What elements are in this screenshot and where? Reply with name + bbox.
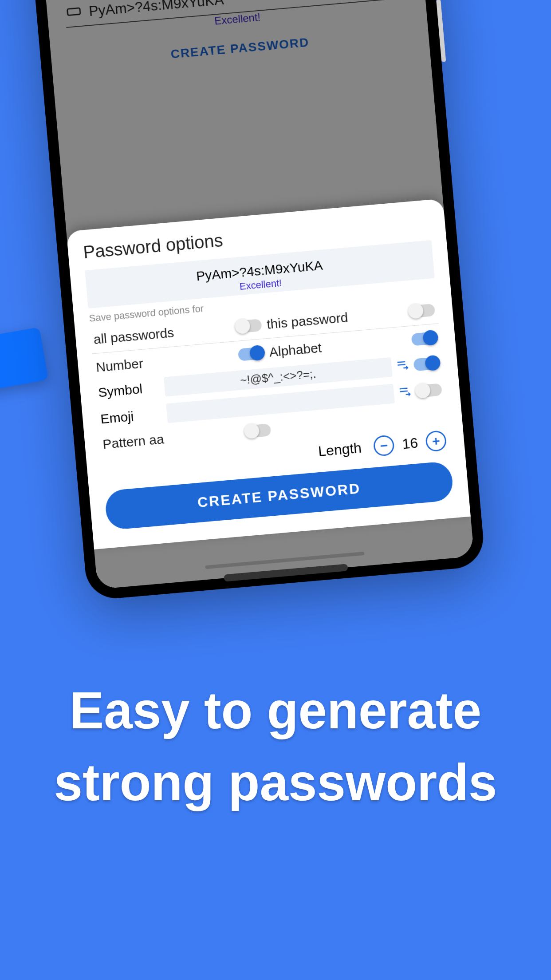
emoji-label: Emoji [100, 406, 163, 427]
length-value: 16 [401, 435, 419, 452]
symbol-label: Symbol [98, 380, 161, 400]
phone-frame: Email lovetheworld@gmail.com [22, 0, 486, 601]
scope-this-toggle[interactable] [409, 304, 435, 318]
length-increment-button[interactable]: + [425, 430, 447, 452]
promo-line2: strong passwords [0, 747, 551, 818]
scope-this-label: this password [266, 310, 349, 332]
phone-screen: Email lovetheworld@gmail.com [34, 0, 474, 589]
promo-line1: Easy to generate [0, 675, 551, 747]
pattern-toggle[interactable] [244, 423, 271, 438]
emoji-toggle[interactable] [416, 383, 442, 398]
edit-symbols-icon[interactable] [395, 357, 410, 375]
promo-caption: Easy to generate strong passwords [0, 675, 551, 819]
length-label: Length [318, 439, 362, 459]
symbol-toggle[interactable] [413, 356, 440, 371]
length-decrement-button[interactable]: − [373, 435, 395, 457]
pattern-label: Pattern aa [102, 431, 165, 452]
alphabet-label: Alphabet [268, 340, 322, 360]
scope-all-label: all passwords [93, 325, 174, 347]
number-label: Number [95, 356, 144, 375]
number-toggle[interactable] [238, 347, 264, 361]
decorative-card [0, 327, 48, 392]
alphabet-toggle[interactable] [411, 332, 437, 346]
scope-all-toggle[interactable] [235, 319, 262, 333]
password-options-sheet: Password options PyAm>?4s:M9xYuKA Excell… [66, 198, 470, 549]
phone-mockup: Email lovetheworld@gmail.com [22, 0, 486, 601]
edit-emoji-icon[interactable] [398, 384, 412, 401]
